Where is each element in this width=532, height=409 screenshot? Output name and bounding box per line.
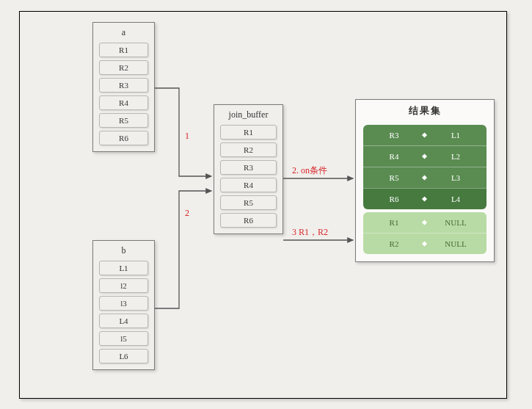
table-row: R6 <box>220 213 277 228</box>
result-row: R1 NULL <box>363 212 487 233</box>
table-row: l2 <box>99 278 148 293</box>
result-unmatched-grid: R1 NULL R2 NULL <box>363 212 487 254</box>
result-cell: R4 <box>363 145 425 167</box>
label-on-condition: 2. on条件 <box>292 164 327 177</box>
result-row: R4 L2 <box>363 145 487 167</box>
result-cell: R1 <box>363 212 425 233</box>
label-step2: 2 <box>185 208 189 219</box>
result-set-box: 结果集 R3 L1 R4 L2 R5 L3 R6 L4 R1 NULL <box>355 99 495 262</box>
diagram-canvas: a R1 R2 R3 R4 R5 R6 b L1 l2 l3 L4 l5 L6 … <box>0 0 532 409</box>
table-row: R3 <box>220 160 277 175</box>
table-b-title: b <box>93 241 154 259</box>
table-row: R4 <box>99 95 148 110</box>
result-cell: L4 <box>425 188 487 209</box>
table-row: R1 <box>99 43 148 57</box>
result-cell: NULL <box>425 233 487 254</box>
table-a-rows: R1 R2 R3 R4 R5 R6 <box>93 41 154 151</box>
table-row: L6 <box>99 349 148 363</box>
label-step1: 1 <box>185 131 189 142</box>
table-a-box: a R1 R2 R3 R4 R5 R6 <box>92 22 155 152</box>
result-cell: R3 <box>363 125 425 145</box>
result-set-title: 结果集 <box>363 104 487 117</box>
join-buffer-rows: R1 R2 R3 R4 R5 R6 <box>214 123 283 234</box>
result-cell: R5 <box>363 167 425 188</box>
table-row: R3 <box>99 78 148 93</box>
table-row: R5 <box>220 195 277 210</box>
result-cell: L2 <box>425 145 487 167</box>
result-cell: L1 <box>425 125 487 145</box>
result-row: R3 L1 <box>363 125 487 145</box>
table-row: R5 <box>99 113 148 128</box>
table-row: R1 <box>220 125 277 140</box>
result-row: R2 NULL <box>363 233 487 254</box>
table-b-box: b L1 l2 l3 L4 l5 L6 <box>92 240 155 370</box>
join-buffer-title: join_buffer <box>214 105 283 123</box>
table-b-rows: L1 l2 l3 L4 l5 L6 <box>93 259 154 369</box>
table-row: l3 <box>99 296 148 311</box>
result-cell: R2 <box>363 233 425 254</box>
result-row: R5 L3 <box>363 167 487 188</box>
result-cell: L3 <box>425 167 487 188</box>
table-row: R2 <box>99 60 148 75</box>
table-row: R4 <box>220 178 277 192</box>
table-row: L1 <box>99 261 148 275</box>
table-row: l5 <box>99 331 148 346</box>
result-row: R6 L4 <box>363 188 487 209</box>
result-cell: R6 <box>363 188 425 209</box>
table-row: R6 <box>99 131 148 145</box>
join-buffer-box: join_buffer R1 R2 R3 R4 R5 R6 <box>214 104 283 234</box>
label-null-fill: 3 R1，R2 <box>292 226 328 239</box>
table-row: R2 <box>220 142 277 157</box>
result-cell: NULL <box>425 212 487 233</box>
result-matched-grid: R3 L1 R4 L2 R5 L3 R6 L4 <box>363 125 487 209</box>
table-a-title: a <box>93 23 154 41</box>
table-row: L4 <box>99 314 148 328</box>
